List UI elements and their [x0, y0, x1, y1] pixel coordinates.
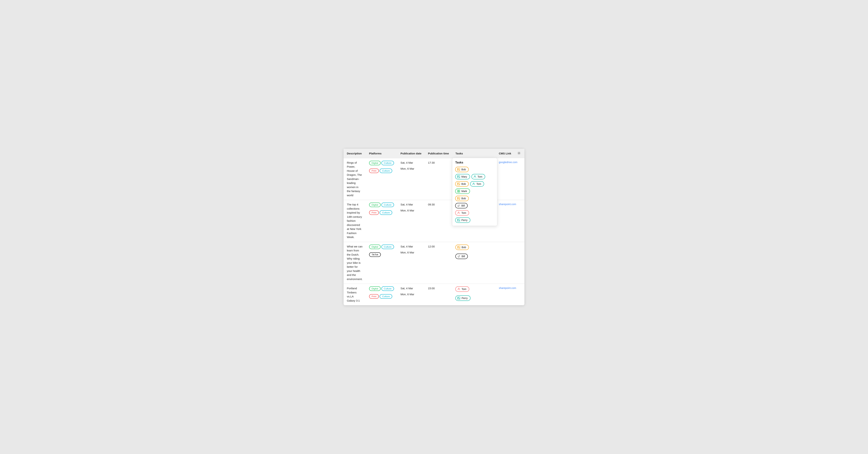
task-chip-bill[interactable]: Bill: [455, 254, 468, 259]
description-cell: What we can learn from the Dutch. Why ri…: [344, 242, 366, 284]
cms-link[interactable]: sharepoint.com: [499, 287, 516, 289]
task-row: Perry: [455, 295, 492, 301]
task-chip[interactable]: Bob: [455, 196, 469, 201]
platform-row: Digital Culture: [369, 161, 394, 165]
date-cell: Sat, 4 Mar Mon, 6 Mar: [397, 200, 425, 242]
time-cell: 15:00: [425, 284, 452, 305]
date-entry: Mon, 6 Mar: [401, 292, 422, 296]
badge-digital[interactable]: Digital: [369, 245, 381, 249]
person-icon: [472, 182, 475, 186]
tiktok-icon: [457, 204, 460, 207]
date-entry: Sat, 4 Mar: [401, 203, 422, 206]
date-entry: Mon, 6 Mar: [401, 208, 422, 212]
settings-icon[interactable]: [517, 151, 521, 155]
badge-digital[interactable]: Digital: [369, 161, 381, 165]
description-cell: Rings of Power, House of Dragon, The San…: [344, 158, 366, 200]
col-header-description: Description: [344, 149, 366, 158]
svg-point-7: [473, 183, 474, 184]
platform-row: Digital Culture: [369, 203, 394, 207]
popup-row: Mary Tom: [455, 174, 494, 179]
time-cell: 17:30: [425, 158, 452, 200]
time-entry: 09:30: [428, 203, 449, 206]
chip-label: Tom: [461, 211, 466, 214]
badge-culture[interactable]: Culture: [381, 161, 394, 165]
person-icon: [457, 211, 460, 215]
popup-row: Bob: [455, 196, 494, 201]
cms-link[interactable]: sharepoint.com: [499, 203, 516, 206]
tasks-cell: Bob Bill: [452, 242, 495, 284]
tasks-cell: Tom: [452, 284, 495, 305]
badge-culture[interactable]: Culture: [379, 294, 392, 299]
svg-point-4: [474, 176, 475, 177]
cms-link[interactable]: googledrive.com: [499, 161, 517, 164]
tiktok-icon: [457, 255, 460, 258]
chip-label: Mary: [461, 175, 467, 178]
cms-cell: sharepoint.com: [495, 284, 524, 305]
svg-point-17: [519, 152, 520, 154]
badge-culture[interactable]: Culture: [379, 210, 392, 215]
image-icon: [457, 197, 460, 200]
date-entry: Sat, 4 Mar: [401, 161, 422, 165]
platforms-cell: Digital Culture Print Culture: [366, 284, 397, 305]
chip-label: Bob: [462, 246, 466, 249]
chip-label: Bob: [461, 182, 466, 186]
badge-culture[interactable]: Culture: [381, 245, 394, 249]
badge-culture[interactable]: Culture: [381, 286, 394, 291]
time-entry: 17:30: [428, 161, 449, 165]
badge-digital[interactable]: Digital: [369, 286, 381, 291]
svg-rect-9: [459, 190, 460, 191]
chip-label: Bob: [461, 168, 466, 171]
person-icon: [473, 175, 476, 178]
task-chip-tom[interactable]: Tom: [455, 286, 469, 292]
svg-point-32: [458, 288, 459, 289]
image-icon: [457, 182, 460, 186]
date-cell: Sat, 4 Mar Mon, 6 Mar: [397, 284, 425, 305]
task-chip[interactable]: Tom: [470, 181, 484, 187]
badge-culture[interactable]: Culture: [381, 203, 394, 207]
time-entry: 12:00: [428, 245, 449, 248]
image-icon: [457, 246, 460, 249]
time-entry: [428, 208, 449, 212]
task-chip[interactable]: Perry: [455, 218, 470, 223]
chip-label: Mark: [461, 190, 467, 193]
date-cell: Sat, 4 Mar Mon, 6 Mar: [397, 242, 425, 284]
badge-culture[interactable]: Culture: [379, 169, 392, 173]
task-chip[interactable]: Mary: [455, 174, 470, 179]
task-chip[interactable]: Mark: [455, 189, 470, 194]
popup-row: Tom: [455, 210, 494, 216]
platforms-cell: Digital Culture Print Culture: [366, 200, 397, 242]
badge-print[interactable]: Print: [369, 294, 379, 299]
person-icon: [457, 287, 460, 291]
table-row: Rings of Power, House of Dragon, The San…: [344, 158, 524, 200]
image-icon: [457, 175, 460, 178]
task-chip-perry[interactable]: Perry: [455, 295, 470, 301]
svg-point-14: [458, 212, 459, 213]
table-row: What we can learn from the Dutch. Why ri…: [344, 242, 524, 284]
description-cell: Portland Timbers vs.LA Galaxy 3:1: [344, 284, 366, 305]
platforms-cell: Digital Culture Print Culture: [366, 158, 397, 200]
platforms-cell: Digital Culture TikTok: [366, 242, 397, 284]
task-chip[interactable]: Bill: [455, 203, 468, 208]
task-chip[interactable]: Bob: [455, 181, 469, 187]
task-chip[interactable]: Tom: [471, 174, 485, 179]
chip-label: Perry: [461, 219, 467, 222]
badge-print[interactable]: Print: [369, 210, 379, 215]
popup-row: Bob Tom: [455, 181, 494, 187]
date-entry: Sat, 4 Mar: [401, 245, 422, 248]
platform-row: Digital Culture: [369, 286, 394, 291]
task-chip[interactable]: Bob: [455, 167, 469, 172]
platform-row: Digital Culture: [369, 245, 394, 249]
task-chip[interactable]: Tom: [455, 210, 469, 216]
popup-row: Mark: [455, 189, 494, 194]
time-entry: 15:00: [428, 286, 449, 290]
image-icon: [457, 168, 460, 171]
badge-tiktok[interactable]: TikTok: [369, 252, 381, 257]
date-entry: Mon, 6 Mar: [401, 167, 422, 171]
svg-rect-8: [457, 190, 458, 191]
task-chip-bob[interactable]: Bob: [455, 245, 469, 250]
chip-label: Bob: [461, 197, 466, 200]
badge-print[interactable]: Print: [369, 169, 379, 173]
table-row: The top 4 collections inspired by 14th-c…: [344, 200, 524, 242]
badge-digital[interactable]: Digital: [369, 203, 381, 207]
popup-row: Perry: [455, 218, 494, 223]
